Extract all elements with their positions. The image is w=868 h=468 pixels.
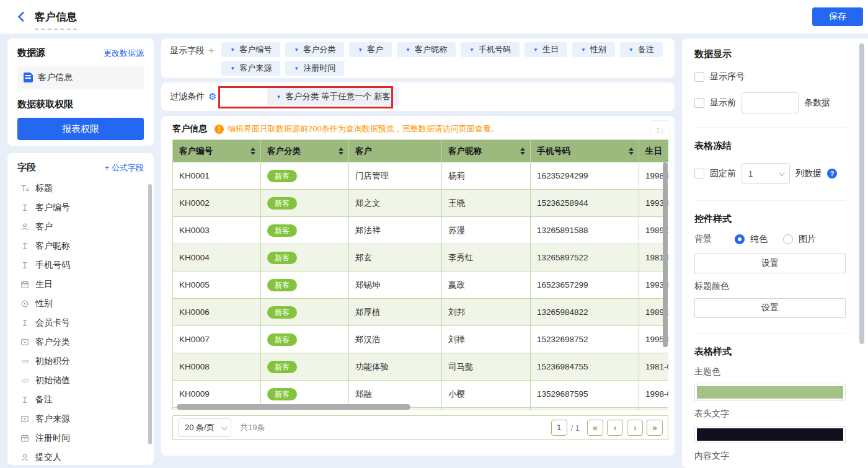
- help-icon[interactable]: ?: [827, 169, 837, 179]
- field-item[interactable]: 123初始积分: [17, 351, 144, 371]
- table-vertical-scrollbar[interactable]: [663, 162, 668, 347]
- table-cell: 新客: [261, 353, 349, 380]
- page-title: 客户信息: [35, 10, 77, 30]
- category-badge: 新客: [267, 333, 297, 346]
- back-icon[interactable]: [17, 12, 26, 21]
- image-radio[interactable]: [783, 234, 793, 244]
- sort-icon[interactable]: [339, 148, 343, 155]
- field-item[interactable]: 备注: [17, 390, 144, 409]
- text-icon: [20, 395, 30, 405]
- settings-scrollbar[interactable]: [859, 43, 864, 344]
- formula-field-link[interactable]: + 公式字段: [105, 162, 144, 174]
- next-page-button[interactable]: ›: [627, 420, 643, 436]
- solid-color-radio[interactable]: [735, 234, 745, 244]
- first-page-button[interactable]: «: [587, 420, 603, 436]
- text-icon: [20, 241, 30, 251]
- column-header[interactable]: 客户编号: [173, 140, 261, 162]
- chevron-down-icon: ▼: [230, 66, 235, 71]
- select-icon: [20, 337, 30, 347]
- display-field-chip[interactable]: ▼备注: [620, 42, 663, 57]
- field-item[interactable]: 客户来源: [17, 409, 144, 428]
- save-button[interactable]: 保存: [812, 7, 863, 26]
- display-field-chip[interactable]: ▼客户分类: [285, 42, 344, 57]
- svg-text:123: 123: [21, 378, 28, 382]
- add-field-icon[interactable]: +: [208, 45, 214, 56]
- title-color-set-button[interactable]: 设置: [694, 298, 846, 318]
- field-item[interactable]: 7生日: [17, 275, 144, 294]
- header-text-label: 表头文字: [694, 408, 846, 420]
- table-horizontal-scrollbar[interactable]: [177, 404, 410, 410]
- column-header[interactable]: 客户昵称: [442, 140, 531, 162]
- table-cell: 13529687595: [531, 381, 639, 407]
- display-field-chip[interactable]: ▼注册时间: [285, 61, 344, 76]
- sort-icon[interactable]: [520, 148, 525, 155]
- field-item-label: 客户编号: [35, 202, 70, 213]
- column-header[interactable]: 手机号码: [531, 140, 639, 162]
- last-page-button[interactable]: »: [647, 420, 663, 436]
- category-badge: 新客: [267, 279, 297, 291]
- field-item[interactable]: 客户编号: [17, 198, 144, 217]
- field-item[interactable]: 会员卡号: [17, 313, 144, 332]
- display-field-chip[interactable]: ▼客户: [349, 42, 392, 57]
- chevron-down-icon: ▼: [230, 47, 235, 53]
- chip-label: 备注: [638, 44, 654, 55]
- filter-condition-chip[interactable]: ▼ 客户分类 等于任意一个 新客: [267, 88, 399, 105]
- column-header-label: 生日: [645, 146, 662, 157]
- field-item[interactable]: 性别: [17, 294, 144, 313]
- display-field-chip[interactable]: ▼性别: [572, 42, 615, 57]
- table-cell: 功能体验: [349, 353, 442, 380]
- header-text-color-swatch[interactable]: [694, 426, 846, 443]
- display-field-chip[interactable]: ▼客户昵称: [397, 42, 456, 57]
- field-item-label: 客户: [35, 221, 53, 232]
- field-item[interactable]: 客户: [17, 217, 144, 236]
- theme-color-swatch[interactable]: [694, 384, 846, 401]
- field-item[interactable]: 7注册时间: [17, 428, 144, 448]
- report-permission-button[interactable]: 报表权限: [17, 118, 144, 140]
- sort-icon[interactable]: [629, 148, 634, 155]
- field-item[interactable]: 标题: [17, 179, 144, 198]
- field-item[interactable]: 手机号码: [17, 255, 144, 275]
- category-badge: 新客: [267, 170, 297, 182]
- field-item[interactable]: 提交人: [17, 448, 144, 465]
- table-cell: KH0002: [173, 190, 261, 216]
- gear-icon[interactable]: ⚙: [208, 91, 216, 102]
- table-cell: 新客: [261, 299, 349, 325]
- change-datasource-link[interactable]: 更改数据源: [104, 48, 144, 59]
- display-field-chip[interactable]: ▼手机号码: [461, 42, 520, 57]
- field-item-label: 会员卡号: [35, 317, 70, 329]
- field-item[interactable]: 123初始储值: [17, 371, 144, 390]
- freeze-checkbox[interactable]: [694, 169, 704, 179]
- rows-count-input[interactable]: [742, 92, 799, 113]
- freeze-count-select[interactable]: 1: [742, 163, 790, 184]
- sort-order-button[interactable]: 1↓: [650, 120, 670, 141]
- display-field-chip[interactable]: ▼生日: [525, 42, 567, 57]
- prev-page-button[interactable]: ‹: [607, 420, 623, 436]
- datasource-item[interactable]: 客户信息: [17, 66, 144, 89]
- field-item[interactable]: 客户昵称: [17, 236, 144, 255]
- sort-icon[interactable]: [250, 148, 255, 155]
- table-cell: 16523657299: [531, 272, 639, 298]
- field-item[interactable]: 客户分类: [17, 332, 144, 351]
- table-cell: 杨莉: [442, 162, 531, 189]
- chip-label: 客户来源: [239, 63, 272, 74]
- background-set-button[interactable]: 设置: [694, 254, 846, 273]
- table-row: KH0003新客郑法祥苏漫132658915881989-11: [173, 217, 668, 244]
- table-row: KH0006新客郑厚植刘邦132659848221989-11: [173, 299, 668, 326]
- display-field-chips: ▼客户编号▼客户分类▼客户▼客户昵称▼手机号码▼生日▼性别▼备注▼客户来源▼注册…: [221, 42, 666, 76]
- page-number-input[interactable]: 1: [551, 420, 567, 436]
- display-fields-label: 显示字段: [170, 45, 205, 56]
- show-index-checkbox[interactable]: [694, 72, 704, 82]
- table-cell: 新客: [261, 162, 349, 189]
- chevron-down-icon: ▼: [581, 47, 586, 53]
- column-header[interactable]: 客户分类: [261, 140, 349, 162]
- widget-style-heading: 控件样式: [694, 213, 846, 225]
- chip-label: 注册时间: [303, 63, 335, 74]
- fields-scrollbar[interactable]: [148, 184, 152, 444]
- show-first-checkbox[interactable]: [694, 98, 704, 108]
- display-field-chip[interactable]: ▼客户编号: [221, 42, 280, 57]
- display-field-chip[interactable]: ▼客户来源: [221, 61, 280, 76]
- text-icon: [20, 318, 30, 328]
- field-item-label: 客户来源: [35, 413, 70, 425]
- page-size-select[interactable]: 20 条/页: [178, 418, 231, 437]
- background-label: 背景: [694, 234, 729, 245]
